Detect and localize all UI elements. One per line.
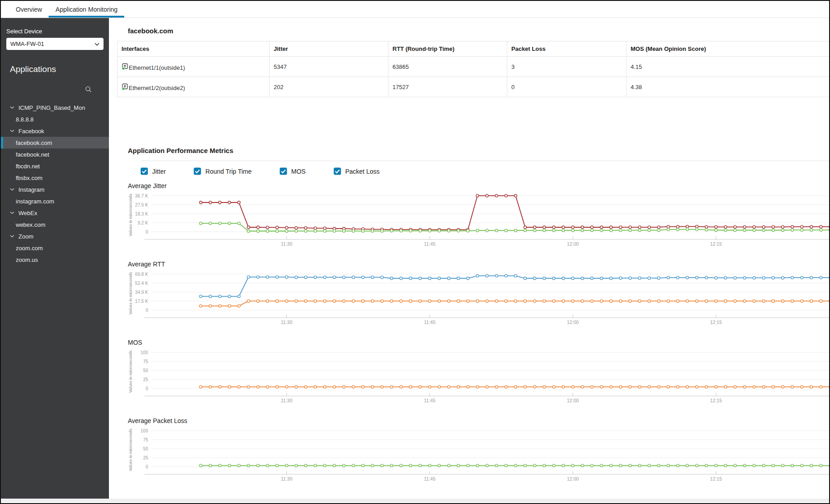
sidebar-item-label: WebEx xyxy=(18,210,37,216)
svg-text:0: 0 xyxy=(145,386,148,391)
interface-cell: Ethernet1/1(outside1) xyxy=(117,57,270,77)
sidebar-item-label: Zoom xyxy=(18,233,33,240)
column-header-mos-mean-opinion-score: MOS (Mean Opinion Score) xyxy=(627,41,830,57)
interface-name: Ethernet1/2(outside2) xyxy=(129,85,185,91)
sidebar-item-webex-com[interactable]: webex.com xyxy=(1,219,109,230)
charts: Average JitterValues in microseconds36.7… xyxy=(128,182,829,486)
metric-checkbox-label: Round Trip Time xyxy=(205,168,252,175)
svg-text:11:30: 11:30 xyxy=(281,241,293,247)
chart-title: MOS xyxy=(128,339,829,346)
svg-text:11:30: 11:30 xyxy=(281,476,293,482)
column-header-jitter: Jitter xyxy=(270,41,388,57)
svg-text:12:15: 12:15 xyxy=(710,476,722,482)
metric-checkbox-label: Jitter xyxy=(152,168,166,175)
svg-text:34.9 K: 34.9 K xyxy=(135,290,148,295)
tab-application-monitoring[interactable]: Application Monitoring xyxy=(49,1,124,18)
applications-tree: ICMP_PING_Based_Mon8.8.8.8Facebookfacebo… xyxy=(1,102,109,266)
metric-checkbox-mos[interactable]: MOS xyxy=(280,167,306,175)
sidebar-item-facebook[interactable]: Facebook xyxy=(1,125,109,137)
chevron-down-icon[interactable] xyxy=(10,130,14,132)
chart-title: Average Jitter xyxy=(128,182,829,189)
svg-text:12:00: 12:00 xyxy=(567,476,579,482)
svg-text:11:45: 11:45 xyxy=(424,398,436,403)
chevron-down-icon[interactable] xyxy=(10,212,14,214)
sidebar-item-fbsbx-com[interactable]: fbsbx.com xyxy=(1,172,109,184)
checkbox-checked-icon[interactable] xyxy=(140,167,148,175)
chart-block-average-jitter: Average JitterValues in microseconds36.7… xyxy=(128,182,829,251)
checkbox-checked-icon[interactable] xyxy=(280,167,287,175)
interfaces-table: InterfacesJitterRTT (Round-trip Time)Pac… xyxy=(117,41,829,97)
metric-checkbox-jitter[interactable]: Jitter xyxy=(140,167,166,175)
search-icon[interactable] xyxy=(85,86,92,94)
svg-text:27.5 K: 27.5 K xyxy=(135,202,148,207)
cell-packet_loss: 3 xyxy=(507,57,627,77)
applications-heading: Applications xyxy=(10,64,109,74)
sidebar-item-label: ICMP_PING_Based_Mon xyxy=(18,104,85,111)
table-row: Ethernet1/2(outside2)2021752704.38 xyxy=(117,77,830,97)
chevron-down-icon xyxy=(95,40,99,47)
sidebar-item-8-8-8-8[interactable]: 8.8.8.8 xyxy=(1,113,109,125)
chevron-down-icon[interactable] xyxy=(10,188,14,191)
sidebar-item-instagram[interactable]: Instagram xyxy=(1,184,109,195)
svg-text:69.8 K: 69.8 K xyxy=(135,272,148,277)
svg-text:52.4 K: 52.4 K xyxy=(135,281,148,286)
svg-text:100: 100 xyxy=(140,350,148,355)
svg-text:100: 100 xyxy=(140,428,148,433)
sidebar-item-zoom-us[interactable]: zoom.us xyxy=(1,254,109,266)
cell-jitter: 5347 xyxy=(270,57,388,77)
select-device-label: Select Device xyxy=(6,28,104,35)
cell-mos: 4.38 xyxy=(627,77,830,97)
svg-text:50: 50 xyxy=(143,446,149,451)
sidebar-item-zoom-com[interactable]: zoom.com xyxy=(1,242,109,254)
metric-checkbox-packet-loss[interactable]: Packet Loss xyxy=(334,167,379,175)
sidebar-item-label: facebook.net xyxy=(16,151,49,158)
svg-text:17.5 K: 17.5 K xyxy=(135,299,148,304)
chart-block-average-packet-loss: Average Packet LossValues in microsecond… xyxy=(128,417,829,486)
svg-text:0: 0 xyxy=(145,464,148,469)
top-tab-bar: Overview Application Monitoring xyxy=(1,1,829,18)
svg-text:11:45: 11:45 xyxy=(424,476,436,482)
sidebar-item-label: zoom.com xyxy=(16,245,43,252)
checkbox-checked-icon[interactable] xyxy=(334,167,341,175)
sidebar-item-fbcdn-net[interactable]: fbcdn.net xyxy=(1,160,109,172)
metric-checkbox-label: MOS xyxy=(291,168,306,175)
series-line-ethernet1-1-outside1 xyxy=(201,196,829,230)
page-title: facebook.com xyxy=(128,27,829,35)
svg-text:Values in microseconds: Values in microseconds xyxy=(128,428,133,471)
cell-rtt: 17527 xyxy=(388,77,507,97)
sidebar-item-label: Instagram xyxy=(18,186,45,193)
chevron-down-icon[interactable] xyxy=(10,106,14,109)
sidebar-item-facebook-com[interactable]: facebook.com xyxy=(1,137,109,148)
chart-average-rtt: Values in microseconds69.8 K52.4 K34.9 K… xyxy=(128,270,829,329)
sidebar-item-label: Facebook xyxy=(18,128,44,135)
metrics-heading: Application Performance Metrics xyxy=(128,147,829,154)
sidebar-item-icmp-ping-based-mon[interactable]: ICMP_PING_Based_Mon xyxy=(1,102,109,113)
tab-overview[interactable]: Overview xyxy=(9,1,49,18)
column-header-packet-loss: Packet Loss xyxy=(507,41,627,57)
chart-average-packet-loss: Values in microseconds100755025011:3011:… xyxy=(128,426,829,486)
device-select[interactable]: WMA-FW-01 xyxy=(6,38,104,50)
checkbox-checked-icon[interactable] xyxy=(194,167,201,175)
svg-text:12:00: 12:00 xyxy=(567,320,579,325)
sidebar: Select Device WMA-FW-01 Applications ICM… xyxy=(1,18,109,499)
svg-text:Values in microseconds: Values in microseconds xyxy=(128,194,133,236)
device-select-value: WMA-FW-01 xyxy=(10,40,44,47)
cell-mos: 4.15 xyxy=(627,57,830,77)
chevron-down-icon[interactable] xyxy=(10,235,14,238)
svg-text:12:00: 12:00 xyxy=(567,241,579,247)
metric-checkbox-round-trip-time[interactable]: Round Trip Time xyxy=(194,167,252,175)
metric-checkbox-row: JitterRound Trip TimeMOSPacket Loss xyxy=(140,167,829,175)
chart-average-jitter: Values in microseconds36.7 K27.5 K18.3 K… xyxy=(128,191,829,251)
svg-text:75: 75 xyxy=(143,437,149,442)
sidebar-item-label: webex.com xyxy=(16,221,45,228)
sidebar-item-facebook-net[interactable]: facebook.net xyxy=(1,148,109,160)
chart-title: Average Packet Loss xyxy=(128,417,829,424)
sidebar-item-label: fbsbx.com xyxy=(16,175,42,181)
svg-text:25: 25 xyxy=(143,377,149,382)
sidebar-item-webex[interactable]: WebEx xyxy=(1,207,109,219)
svg-text:Values in microseconds: Values in microseconds xyxy=(128,272,133,315)
svg-text:11:30: 11:30 xyxy=(281,398,293,403)
svg-text:18.3 K: 18.3 K xyxy=(135,212,148,216)
sidebar-item-zoom[interactable]: Zoom xyxy=(1,230,109,242)
sidebar-item-instagram-com[interactable]: instagram.com xyxy=(1,195,109,207)
